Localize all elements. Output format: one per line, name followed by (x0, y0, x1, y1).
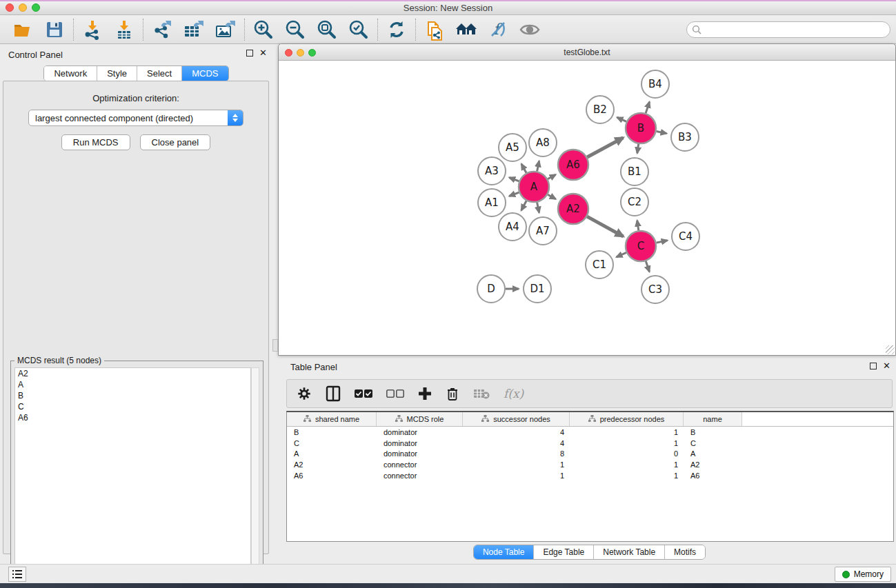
result-list-item[interactable]: B (15, 390, 250, 401)
graph-node-D[interactable]: D (477, 275, 505, 303)
close-table-panel-icon[interactable]: ✕ (883, 363, 890, 369)
mcds-result-list[interactable]: A2ABCA6 (14, 367, 251, 588)
task-history-button[interactable] (8, 567, 26, 582)
column-header-name[interactable]: name (684, 412, 742, 426)
table-cell[interactable]: 0 (570, 449, 684, 458)
tab-style[interactable]: Style (97, 66, 137, 81)
table-cell[interactable]: 1 (570, 439, 684, 447)
table-cell[interactable]: connector (377, 472, 463, 480)
tab-edge-table[interactable]: Edge Table (534, 545, 594, 559)
table-cell[interactable]: 1 (570, 472, 684, 480)
graph-node-A2[interactable]: A2 (558, 194, 588, 224)
graph-edge-A-A7[interactable] (537, 203, 539, 213)
save-session-button[interactable] (43, 18, 66, 41)
criterion-dropdown[interactable]: largest connected component (directed) (28, 110, 243, 126)
table-cell[interactable]: 1 (570, 460, 684, 469)
graph-node-B1[interactable]: B1 (621, 158, 648, 185)
graph-node-C[interactable]: C (626, 231, 656, 261)
graph-edge-B-B1[interactable] (637, 144, 639, 154)
table-cell[interactable]: B (287, 428, 377, 436)
table-settings-gear-icon[interactable] (297, 386, 312, 401)
graph-edge-A-A2[interactable] (548, 194, 556, 199)
graph-node-B4[interactable]: B4 (641, 70, 669, 98)
table-cell[interactable]: C (684, 439, 742, 447)
tab-select[interactable]: Select (137, 66, 182, 81)
graph-edge-C-C1[interactable] (617, 252, 626, 256)
graph-edge-A-A1[interactable] (509, 192, 519, 196)
table-cell[interactable]: 4 (463, 439, 570, 447)
graph-node-A1[interactable]: A1 (478, 189, 506, 216)
graph-node-A4[interactable]: A4 (499, 213, 526, 241)
graph-edge-A-A5[interactable] (521, 164, 526, 173)
column-header-successor-nodes[interactable]: successor nodes (463, 412, 570, 426)
table-cell[interactable]: A6 (684, 472, 742, 480)
open-session-button[interactable] (11, 18, 34, 41)
graph-node-C2[interactable]: C2 (621, 188, 648, 216)
delete-table-icon[interactable] (473, 388, 490, 399)
zoom-selected-button[interactable] (347, 18, 370, 41)
zoom-in-button[interactable] (252, 18, 275, 41)
graph-edge-C-C4[interactable] (656, 241, 667, 243)
table-cell[interactable]: B (684, 428, 742, 436)
float-panel-icon[interactable] (246, 50, 253, 57)
graph-edge-C-C3[interactable] (646, 261, 649, 272)
select-all-rows-icon[interactable] (355, 389, 372, 398)
export-image-button[interactable] (214, 18, 237, 41)
graph-edge-B-B4[interactable] (646, 102, 649, 113)
graph-node-B3[interactable]: B3 (671, 123, 699, 151)
vertical-splitter-handle[interactable] (272, 339, 278, 352)
graph-node-A6[interactable]: A6 (558, 150, 588, 180)
network-window-titlebar[interactable]: testGlobe.txt (279, 44, 895, 61)
table-cell[interactable]: A2 (684, 460, 742, 469)
table-row[interactable]: A2connector11A2 (287, 459, 893, 470)
run-mcds-button[interactable]: Run MCDS (61, 134, 130, 150)
refresh-button[interactable] (385, 18, 408, 41)
export-table-button[interactable] (182, 18, 206, 41)
graph-node-C3[interactable]: C3 (641, 276, 669, 303)
show-hide-style-button[interactable]: f (486, 18, 510, 41)
result-list-item[interactable]: A6 (15, 412, 250, 423)
column-header-shared-name[interactable]: shared name (287, 412, 377, 426)
memory-button[interactable]: Memory (835, 567, 891, 582)
graph-edge-A-A3[interactable] (509, 178, 519, 181)
result-list-item[interactable]: A2 (15, 368, 250, 379)
tab-motifs[interactable]: Motifs (665, 545, 705, 559)
close-panel-icon[interactable]: ✕ (259, 50, 267, 57)
table-row[interactable]: Cdominator41C (287, 438, 893, 449)
show-hide-view-button[interactable] (518, 18, 541, 41)
close-panel-button[interactable]: Close panel (140, 134, 211, 150)
table-cell[interactable]: 1 (463, 460, 570, 469)
import-table-button[interactable] (112, 18, 136, 41)
tab-network[interactable]: Network (44, 66, 97, 81)
table-cell[interactable]: A (684, 449, 742, 458)
delete-column-icon[interactable] (446, 386, 459, 401)
table-cell[interactable]: dominator (377, 428, 463, 436)
window-resize-grip[interactable] (886, 345, 895, 354)
graph-edge-A6-B[interactable] (587, 138, 623, 157)
graph-node-C4[interactable]: C4 (672, 223, 699, 250)
table-cell[interactable]: 4 (463, 428, 570, 436)
graph-node-B[interactable]: B (626, 113, 656, 143)
zoom-fit-button[interactable] (315, 18, 339, 41)
table-row[interactable]: Adominator80A (287, 448, 893, 459)
zoom-out-button[interactable] (283, 18, 307, 41)
tab-network-table[interactable]: Network Table (594, 545, 665, 559)
search-input[interactable] (686, 21, 890, 38)
table-cell[interactable]: 1 (463, 472, 570, 480)
new-network-from-selection-button[interactable] (423, 18, 446, 41)
table-cell[interactable]: dominator (377, 449, 463, 458)
graph-node-C1[interactable]: C1 (586, 251, 613, 278)
table-row[interactable]: A6connector11A6 (287, 470, 893, 481)
table-cell[interactable]: 1 (570, 428, 684, 436)
tab-mcds[interactable]: MCDS (182, 66, 228, 81)
graph-edge-A-A6[interactable] (548, 174, 556, 179)
graph-edge-B-B2[interactable] (617, 117, 627, 121)
tab-node-table[interactable]: Node Table (474, 545, 535, 559)
export-network-button[interactable] (150, 18, 174, 41)
table-cell[interactable]: A (287, 449, 377, 458)
graph-edge-A-A4[interactable] (521, 201, 526, 210)
result-list-item[interactable]: C (15, 401, 250, 412)
result-list-item[interactable]: A (15, 379, 250, 390)
column-header-predecessor-nodes[interactable]: predecessor nodes (570, 412, 684, 426)
table-cell[interactable]: 8 (463, 449, 570, 458)
